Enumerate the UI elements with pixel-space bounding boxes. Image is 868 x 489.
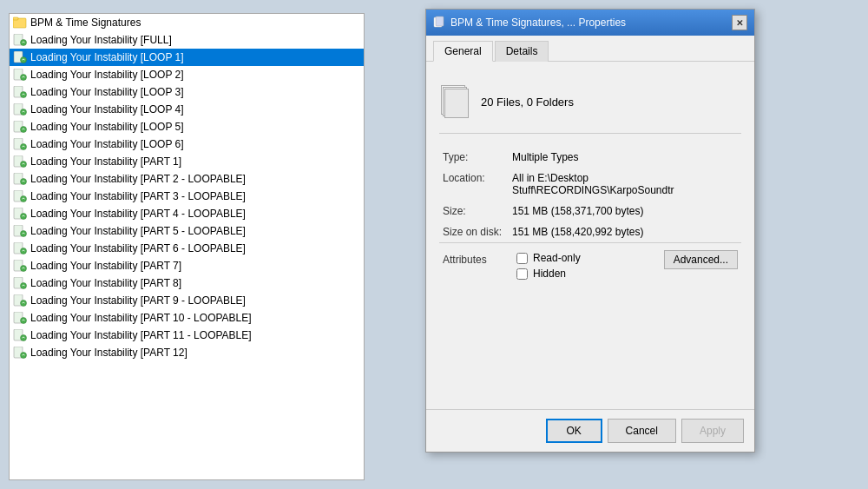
list-item[interactable]: Loading Your Instability [PART 5 - LOOPA… [10,222,364,240]
properties-table: Type: Multiple Types Location: All in E:… [439,147,741,287]
audio-file-icon [13,189,27,203]
size-on-disk-label: Size on disk: [439,221,509,243]
audio-file-icon [13,328,27,342]
titlebar-left: BPM & Time Signatures, ... Properties [433,16,626,30]
dialog-tabs: GeneralDetails [426,36,754,62]
size-row: Size: 151 MB (158,371,700 bytes) [439,201,741,221]
audio-file-icon [13,155,27,169]
multi-file-icon [439,83,470,120]
list-item[interactable]: Loading Your Instability [PART 8] [10,274,364,292]
list-item[interactable]: Loading Your Instability [FULL] [10,31,364,49]
readonly-row: Read-only [516,252,664,264]
file-page-3 [444,89,469,118]
size-value: 151 MB (158,371,700 bytes) [509,201,741,221]
list-item[interactable]: Loading Your Instability [PART 6 - LOOPA… [10,240,364,257]
list-item-label: BPM & Time Signatures [30,17,141,29]
audio-file-icon [13,224,27,238]
list-item-label: Loading Your Instability [LOOP 4] [30,103,184,116]
svg-point-13 [21,127,27,133]
readonly-checkbox[interactable] [516,253,528,264]
list-item[interactable]: Loading Your Instability [PART 1] [10,153,364,170]
audio-file-icon [13,137,27,151]
audio-file-icon [13,346,27,360]
list-item[interactable]: Loading Your Instability [PART 4 - LOOPA… [10,205,364,222]
list-item[interactable]: Loading Your Instability [LOOP 2] [10,66,364,83]
svg-point-7 [21,75,27,81]
audio-file-icon [13,172,27,186]
svg-point-17 [21,162,27,168]
audio-file-icon [13,50,27,64]
svg-point-31 [21,283,27,289]
audio-file-icon [13,102,27,116]
list-item[interactable]: Loading Your Instability [LOOP 4] [10,101,364,118]
hidden-label: Hidden [533,268,566,280]
list-item-label: Loading Your Instability [PART 2 - LOOPA… [30,173,246,185]
dialog-title-text: BPM & Time Signatures, ... Properties [450,17,626,29]
audio-file-icon [13,259,27,273]
svg-point-3 [21,40,27,46]
list-item-label: Loading Your Instability [PART 7] [30,260,181,272]
list-item[interactable]: Loading Your Instability [PART 11 - LOOP… [10,327,364,344]
list-item-label: Loading Your Instability [PART 10 - LOOP… [30,312,252,324]
audio-file-icon [13,68,27,82]
audio-file-icon [13,85,27,99]
list-item[interactable]: Loading Your Instability [PART 9 - LOOPA… [10,292,364,309]
svg-point-23 [21,214,27,220]
list-item-label: Loading Your Instability [LOOP 5] [30,121,184,133]
hidden-checkbox[interactable] [516,268,528,280]
dialog-title-icon [433,16,445,30]
svg-point-9 [21,92,27,98]
list-item-label: Loading Your Instability [PART 8] [30,277,181,289]
dialog-content: 20 Files, 0 Folders Type: Multiple Types… [426,62,754,409]
svg-point-5 [21,57,27,63]
svg-point-11 [21,109,27,116]
readonly-label: Read-only [533,252,581,264]
list-item[interactable]: Loading Your Instability [PART 2 - LOOPA… [10,170,364,188]
audio-file-icon [13,33,27,47]
list-item-label: Loading Your Instability [PART 4 - LOOPA… [30,208,246,220]
type-row: Type: Multiple Types [439,147,741,168]
svg-point-35 [21,318,27,324]
file-summary: 20 Files, 0 Folders [439,75,741,134]
list-item-label: Loading Your Instability [LOOP 1] [30,51,184,63]
list-item[interactable]: Loading Your Instability [PART 3 - LOOPA… [10,188,364,205]
list-item[interactable]: BPM & Time Signatures [10,14,364,31]
list-item-label: Loading Your Instability [PART 5 - LOOPA… [30,225,246,237]
audio-file-icon [13,276,27,290]
list-item[interactable]: Loading Your Instability [PART 10 - LOOP… [10,309,364,327]
list-item-label: Loading Your Instability [PART 3 - LOOPA… [30,190,246,202]
svg-rect-41 [436,17,444,26]
dialog-footer: OK Cancel Apply [426,409,754,452]
list-item[interactable]: Loading Your Instability [PART 7] [10,257,364,274]
svg-point-25 [21,231,27,237]
svg-point-15 [21,144,27,150]
list-item-label: Loading Your Instability [PART 9 - LOOPA… [30,294,246,307]
dialog-close-button[interactable]: ✕ [732,15,747,30]
svg-point-27 [21,248,27,254]
list-item[interactable]: Loading Your Instability [LOOP 3] [10,83,364,101]
apply-button[interactable]: Apply [681,419,744,443]
hidden-row: Hidden [516,268,664,280]
list-item[interactable]: Loading Your Instability [LOOP 6] [10,135,364,153]
list-item-label: Loading Your Instability [LOOP 6] [30,138,184,150]
dialog-tab-general[interactable]: General [433,41,493,62]
list-item[interactable]: Loading Your Instability [LOOP 5] [10,118,364,135]
list-item-label: Loading Your Instability [PART 11 - LOOP… [30,329,252,341]
list-item-label: Loading Your Instability [LOOP 3] [30,86,184,98]
file-list-panel[interactable]: BPM & Time Signatures Loading Your Insta… [9,13,365,480]
list-item-label: Loading Your Instability [PART 12] [30,347,187,359]
size-on-disk-value: 151 MB (158,420,992 bytes) [509,221,741,243]
list-item[interactable]: Loading Your Instability [PART 12] [10,344,364,361]
svg-point-37 [21,335,27,341]
audio-file-icon [13,311,27,325]
type-label: Type: [439,147,509,168]
svg-point-39 [21,353,27,359]
audio-file-icon [13,120,27,134]
ok-button[interactable]: OK [546,419,602,443]
list-item[interactable]: Loading Your Instability [LOOP 1] [10,49,364,66]
advanced-button[interactable]: Advanced... [664,250,738,269]
audio-file-icon [13,16,27,30]
attributes-label: Attributes [439,243,509,288]
dialog-tab-details[interactable]: Details [495,41,549,62]
cancel-button[interactable]: Cancel [608,419,676,443]
